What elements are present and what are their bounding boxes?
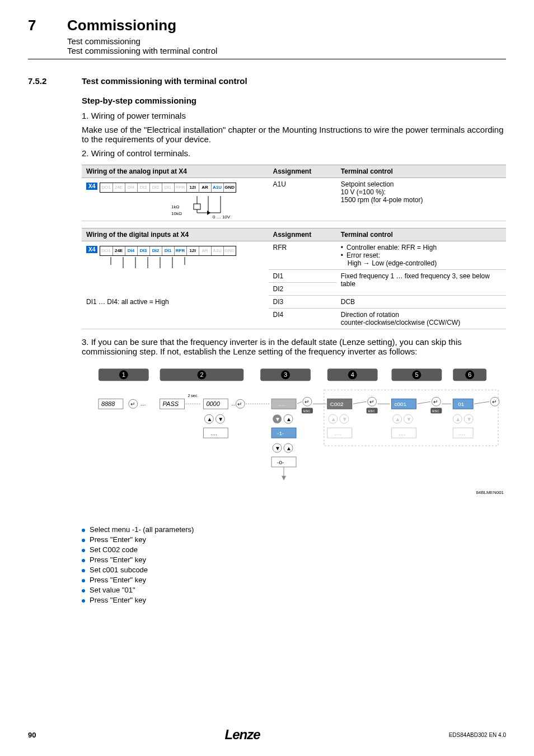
list-item: Press "Enter" key (90, 556, 146, 564)
analog-extras: 1kΩ 10kΩ 0 … 10V (169, 196, 264, 218)
svg-text:5: 5 (415, 371, 418, 378)
list-item: Set C002 code (90, 545, 138, 554)
svg-text:▼: ▼ (218, 416, 223, 422)
table-cell: DI1 … DI4: all active = High (82, 296, 269, 329)
svg-text:….: …. (399, 430, 406, 436)
x4-label: X4 (86, 246, 97, 253)
svg-text:-0-: -0- (277, 459, 284, 465)
diagram: 1 2 3 4 5 6 8888 ↵ … PASS 2 sec. (82, 365, 506, 522)
bullet-list: Select menu -1- (all parameters) Press "… (82, 525, 506, 604)
svg-text:▲: ▲ (395, 416, 401, 422)
svg-text:▼: ▼ (342, 416, 348, 422)
svg-text:….: …. (210, 430, 217, 436)
table-cell: Fixed frequency 1 … fixed frequency 3, s… (336, 270, 506, 296)
svg-text:▼: ▼ (466, 416, 472, 422)
digital-table: Wiring of the digital inputs at X4 Assig… (82, 228, 506, 329)
svg-text:….: …. (458, 430, 465, 436)
table-header: Terminal control (336, 165, 506, 178)
svg-text:01: 01 (458, 401, 465, 407)
svg-text:▲: ▲ (286, 445, 292, 451)
svg-text:2: 2 (200, 371, 203, 378)
table-cell: DCB (336, 296, 506, 309)
chapter-sub1: Test commissioning (67, 36, 506, 46)
svg-rect-3 (194, 204, 200, 209)
svg-text:▼: ▼ (275, 416, 280, 422)
svg-text:3: 3 (284, 371, 287, 378)
chapter-title: Commissioning (67, 17, 176, 34)
svg-text:C002: C002 (330, 401, 344, 407)
table-header: Assignment (269, 165, 336, 178)
footer: 90 Lenze EDS84ABD302 EN 4.0 (28, 727, 506, 743)
section-number: 7.5.2 (28, 76, 62, 86)
list-item: 1. Wiring of power terminals (82, 111, 506, 120)
svg-text:…: … (140, 400, 146, 407)
table-cell: RFR (269, 241, 336, 270)
x4-label: X4 (86, 183, 97, 190)
list-item: 2. Wiring of control terminals. (82, 148, 506, 158)
table-cell: Direction of rotation counter-clockwise/… (336, 309, 506, 329)
page-number: 90 (28, 731, 36, 739)
svg-text:ESC: ESC (368, 409, 376, 413)
table-header: Terminal control (336, 228, 506, 241)
svg-text:….: …. (334, 430, 341, 436)
svg-text:4: 4 (351, 371, 354, 378)
svg-text:↵: ↵ (237, 401, 242, 407)
svg-text:10kΩ: 10kΩ (171, 211, 182, 216)
table-cell: DI1 (269, 270, 336, 283)
svg-line-105 (417, 402, 430, 404)
table-cell: DI3 (269, 296, 336, 309)
svg-text:▲: ▲ (331, 416, 336, 422)
svg-line-117 (474, 402, 489, 404)
svg-text:….: …. (278, 401, 285, 407)
svg-text:8888: 8888 (101, 400, 115, 407)
table-cell: Controller enable: RFR = High Error rese… (336, 241, 506, 270)
svg-text:2 sec.: 2 sec. (188, 394, 199, 398)
list-item: Press "Enter" key (90, 596, 146, 604)
svg-line-77 (297, 402, 302, 404)
table-cell: X4 DO1 24E DI4 DI3 DI2 DI1 RFR 12I AR A1… (82, 241, 269, 296)
svg-text:↵: ↵ (492, 399, 496, 405)
svg-text:0 … 10V: 0 … 10V (213, 214, 231, 218)
terminal-strip: DO1 24E DI4 DI3 DI2 DI1 RFR 12I AR A1U G… (100, 246, 236, 256)
list-item: 3. If you can be sure that the frequency… (82, 337, 506, 356)
table-header: Assignment (269, 228, 336, 241)
svg-marker-72 (282, 476, 286, 480)
section-title: Test commissioning with terminal control (82, 76, 247, 86)
table-cell: DI2 (269, 283, 336, 296)
svg-text:▲: ▲ (286, 416, 292, 422)
list-item: Set c001 subcode (90, 566, 148, 574)
svg-text:▲: ▲ (207, 416, 212, 422)
svg-text:PASS: PASS (163, 400, 179, 407)
list-item: Select menu -1- (all parameters) (90, 525, 194, 534)
svg-text:↵: ↵ (433, 399, 438, 405)
svg-text:84BLMEN001: 84BLMEN001 (476, 490, 504, 495)
table-cell: DI4 (269, 309, 336, 329)
analog-table: Wiring of the analog input at X4 Assignm… (82, 165, 506, 221)
svg-line-91 (353, 402, 367, 404)
svg-text:-1-: -1- (277, 430, 284, 436)
svg-text:↵: ↵ (130, 401, 135, 407)
list-item: Press "Enter" key (90, 576, 146, 584)
list-item: Press "Enter" key (90, 535, 146, 544)
svg-text:c001: c001 (395, 401, 407, 407)
svg-text:1: 1 (122, 371, 125, 378)
svg-text:ESC: ESC (432, 409, 439, 413)
svg-text:▼: ▼ (406, 416, 411, 422)
logo: Lenze (225, 727, 260, 743)
step-heading: Step-by-step commissioning (82, 96, 506, 105)
divider (28, 59, 506, 59)
svg-text:6: 6 (468, 371, 471, 378)
table-cell: Setpoint selection 10 V (=100 %): 1500 r… (336, 178, 506, 221)
svg-text:▼: ▼ (275, 445, 280, 451)
svg-text:▲: ▲ (455, 416, 461, 422)
list-item: Set value "01" (90, 586, 135, 594)
svg-text:ESC: ESC (303, 409, 311, 413)
svg-text:1kΩ: 1kΩ (171, 204, 179, 209)
svg-marker-6 (207, 211, 210, 215)
svg-text:0000: 0000 (206, 400, 220, 407)
svg-text:↵: ↵ (305, 399, 309, 405)
chapter-number: 7 (28, 17, 45, 34)
table-header: Wiring of the analog input at X4 (82, 165, 269, 178)
svg-text:↵: ↵ (369, 399, 374, 405)
paragraph: Make use of the "Electrical installation… (82, 125, 506, 144)
